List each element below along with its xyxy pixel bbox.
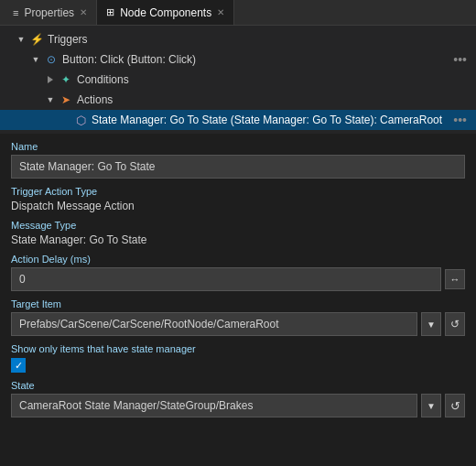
tree-section: ⚡ Triggers ⊙ Button: Click (Button: Clic… [0,26,476,134]
action-delay-input[interactable] [11,267,441,291]
conditions-label: Conditions [77,73,471,86]
refresh-icon: ↺ [450,318,460,331]
action-delay-label: Action Delay (ms) [11,254,465,265]
tab-properties-close[interactable]: ✕ [80,7,87,17]
state-dropdown-arrow[interactable]: ▼ [421,394,441,417]
show-only-group: Show only items that have state manager … [11,343,465,373]
tab-properties[interactable]: ≡ Properties ✕ [4,0,97,25]
message-type-group: Message Type State Manager: Go To State [11,220,465,246]
node-components-tab-icon: ⊞ [106,6,114,18]
show-only-label: Show only items that have state manager [11,343,465,354]
target-item-select[interactable]: Prefabs/CarScene/CarScene/RootNode/Camer… [11,312,417,336]
target-item-refresh-btn[interactable]: ↺ [445,312,465,336]
tab-node-components-close[interactable]: ✕ [217,7,224,17]
state-manager-arrow [59,114,71,126]
state-dropdown-arrow-icon: ▼ [427,401,436,411]
state-manager-label: State Manager: Go To State (State Manage… [92,114,449,126]
actions-label: Actions [77,93,471,106]
conditions-icon: ✦ [59,72,73,87]
target-item-label: Target Item [11,298,465,309]
conditions-arrow [44,73,57,86]
properties-tab-icon: ≡ [13,7,18,18]
state-manager-icon: ⬡ [73,113,88,127]
actions-row[interactable]: ➤ Actions [0,90,476,110]
message-type-value: State Manager: Go To State [11,233,465,246]
state-icon: ↺ [450,399,460,413]
checkmark-icon: ✓ [15,360,23,372]
button-click-row[interactable]: ⊙ Button: Click (Button: Click) ••• [0,49,476,70]
target-item-row: Prefabs/CarScene/CarScene/RootNode/Camer… [11,312,465,336]
button-click-arrow [29,53,42,66]
action-delay-group: Action Delay (ms) ↔ [11,254,465,291]
tab-bar: ≡ Properties ✕ ⊞ Node Components ✕ [0,0,476,26]
tab-node-components-label: Node Components [120,6,211,19]
name-label: Name [11,141,465,152]
name-group: Name [11,141,465,179]
trigger-action-type-label: Trigger Action Type [11,186,465,197]
button-click-label: Button: Click (Button: Click) [62,53,449,66]
target-item-group: Target Item Prefabs/CarScene/CarScene/Ro… [11,298,465,336]
triggers-arrow [15,33,27,46]
trigger-action-type-group: Trigger Action Type Dispatch Message Act… [11,186,465,212]
triggers-row[interactable]: ⚡ Triggers [0,29,476,49]
action-delay-expand-btn[interactable]: ↔ [445,269,465,289]
action-delay-row: ↔ [11,267,465,291]
actions-arrow [44,93,57,106]
triggers-label: Triggers [48,33,471,46]
target-item-dropdown-arrow[interactable]: ▼ [421,312,441,336]
conditions-row[interactable]: ✦ Conditions [0,70,476,90]
properties-panel: Name Trigger Action Type Dispatch Messag… [0,134,476,466]
name-input[interactable] [11,155,465,179]
button-click-icon: ⊙ [44,52,59,67]
trigger-action-type-value: Dispatch Message Action [11,200,465,212]
state-group: State CameraRoot State Manager/StateGrou… [11,380,465,417]
state-manager-row[interactable]: ⬡ State Manager: Go To State (State Mana… [0,110,476,130]
svg-marker-0 [48,76,53,83]
state-manager-menu[interactable]: ••• [449,113,471,127]
state-select[interactable]: CameraRoot State Manager/StateGroup/Brak… [11,394,417,417]
button-click-menu[interactable]: ••• [449,52,471,67]
tab-node-components[interactable]: ⊞ Node Components ✕ [97,0,234,25]
triggers-icon: ⚡ [29,32,44,47]
state-label: State [11,380,465,391]
actions-icon: ➤ [59,92,73,107]
state-icon-btn[interactable]: ↺ [445,394,465,417]
message-type-label: Message Type [11,220,465,231]
show-only-checkbox[interactable]: ✓ [11,358,26,373]
tab-properties-label: Properties [24,6,74,19]
show-only-checkbox-row: ✓ [11,358,465,373]
state-row: CameraRoot State Manager/StateGroup/Brak… [11,394,465,417]
dropdown-arrow-icon: ▼ [427,320,436,330]
expand-arrows-icon: ↔ [450,274,460,285]
main-content: ⚡ Triggers ⊙ Button: Click (Button: Clic… [0,26,476,466]
